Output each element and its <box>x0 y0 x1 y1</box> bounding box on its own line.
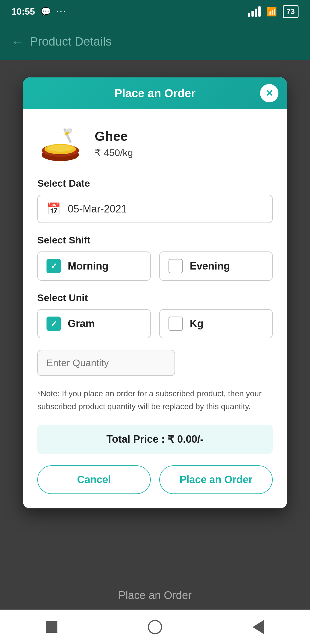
back-button[interactable]: ← <box>11 35 23 48</box>
svg-point-3 <box>47 145 73 152</box>
shift-options: ✓ Morning Evening <box>37 251 273 281</box>
date-value: 05-Mar-2021 <box>68 203 127 215</box>
product-price: ₹ 450/kg <box>95 147 133 158</box>
select-shift-label: Select Shift <box>37 235 273 246</box>
morning-label: Morning <box>68 260 108 272</box>
dialog-title: Place an Order <box>115 87 195 100</box>
place-order-button[interactable]: Place an Order <box>159 465 273 494</box>
svg-point-7 <box>45 151 48 154</box>
evening-shift-option[interactable]: Evening <box>159 251 273 281</box>
svg-point-8 <box>51 153 53 155</box>
gram-checkbox[interactable]: ✓ <box>46 317 61 331</box>
date-input[interactable]: 📅 05-Mar-2021 <box>37 195 273 223</box>
evening-label: Evening <box>190 260 230 272</box>
status-right: 📶 73 <box>248 5 299 18</box>
status-left: 10:55 💬 ··· <box>11 6 67 17</box>
product-name: Ghee <box>95 128 133 144</box>
select-date-label: Select Date <box>37 178 273 189</box>
total-price-box: Total Price : ₹ 0.00/- <box>37 425 273 454</box>
app-bar: ← Product Details <box>0 23 310 60</box>
page-title: Product Details <box>30 35 112 48</box>
svg-point-9 <box>73 151 75 154</box>
nav-circle-button[interactable] <box>146 618 164 636</box>
morning-checkbox[interactable]: ✓ <box>46 259 61 273</box>
order-dialog: Place an Order ✕ <box>23 77 287 508</box>
select-date-section: Select Date 📅 05-Mar-2021 <box>37 178 273 223</box>
kg-unit-option[interactable]: Kg <box>159 309 273 338</box>
nav-square-button[interactable] <box>43 618 60 636</box>
unit-options: ✓ Gram Kg <box>37 309 273 338</box>
action-buttons: Cancel Place an Order <box>37 465 273 494</box>
dialog-header: Place an Order ✕ <box>23 77 287 109</box>
time-display: 10:55 <box>11 6 35 17</box>
select-shift-section: Select Shift ✓ Morning Evening <box>37 235 273 281</box>
square-icon <box>46 621 57 633</box>
battery-indicator: 73 <box>283 5 299 18</box>
bottom-order-bar: Place an Order <box>0 581 310 610</box>
calendar-icon: 📅 <box>46 202 61 216</box>
circle-icon <box>148 620 162 634</box>
gram-label: Gram <box>68 318 95 330</box>
quantity-input[interactable] <box>37 350 175 376</box>
status-bar: 10:55 💬 ··· 📶 73 <box>0 0 310 23</box>
dialog-body: Ghee ₹ 450/kg Select Date 📅 05-Mar-2021 … <box>23 109 287 508</box>
gram-unit-option[interactable]: ✓ Gram <box>37 309 151 338</box>
close-dialog-button[interactable]: ✕ <box>260 84 278 102</box>
wifi-icon: 📶 <box>266 7 277 17</box>
ghee-image <box>37 120 83 166</box>
product-image <box>37 120 83 166</box>
signal-icon <box>248 6 261 17</box>
morning-shift-option[interactable]: ✓ Morning <box>37 251 151 281</box>
evening-checkbox[interactable] <box>168 259 183 273</box>
morning-check-icon: ✓ <box>51 261 57 271</box>
bottom-order-label: Place an Order <box>118 589 192 602</box>
kg-label: Kg <box>190 318 204 330</box>
total-price-text: Total Price : ₹ 0.00/- <box>106 433 204 445</box>
product-details: Ghee ₹ 450/kg <box>95 128 133 158</box>
message-icon: 💬 <box>41 7 51 16</box>
status-dots: ··· <box>57 7 67 16</box>
triangle-icon <box>253 620 264 634</box>
nav-bar <box>0 610 310 644</box>
nav-back-button[interactable] <box>250 618 267 636</box>
gram-check-icon: ✓ <box>51 319 57 329</box>
select-unit-section: Select Unit ✓ Gram Kg <box>37 292 273 338</box>
kg-checkbox[interactable] <box>168 317 183 331</box>
order-note: *Note: If you place an order for a subsc… <box>37 387 273 413</box>
select-unit-label: Select Unit <box>37 292 273 303</box>
product-info: Ghee ₹ 450/kg <box>37 120 273 166</box>
svg-point-10 <box>68 153 70 155</box>
cancel-button[interactable]: Cancel <box>37 465 151 494</box>
